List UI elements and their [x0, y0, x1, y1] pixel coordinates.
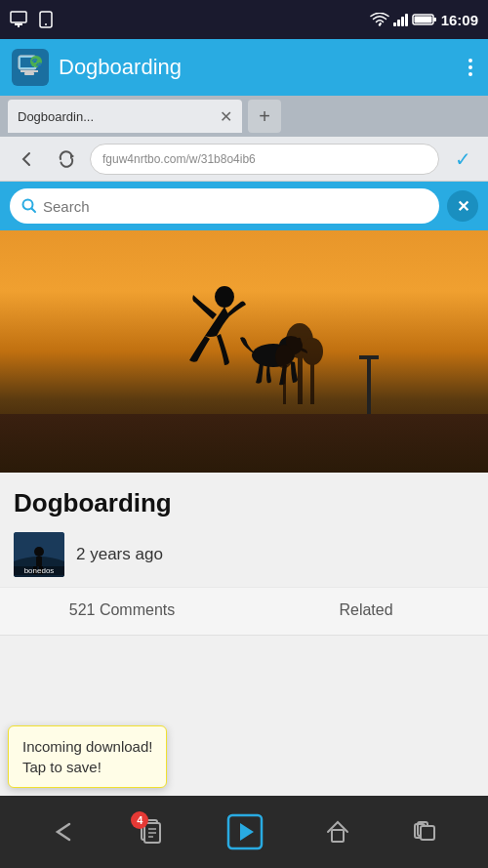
svg-rect-2 [18, 25, 20, 27]
svg-text:🐾: 🐾 [31, 57, 43, 68]
url-text: fguw4nrtbo.com/w/31b8o4ib6 [102, 152, 256, 166]
refresh-icon [57, 149, 76, 169]
download-tooltip[interactable]: Incoming download! Tap to save! [8, 725, 167, 788]
more-vert-button[interactable] [465, 55, 476, 80]
svg-rect-12 [24, 72, 34, 75]
refresh-button[interactable] [49, 142, 84, 177]
svg-rect-8 [414, 17, 431, 23]
url-bar[interactable]: fguw4nrtbo.com/w/31b8o4ib6 [90, 144, 439, 175]
status-bar-right: 16:09 [370, 12, 478, 28]
tab-title: Dogboardin... [18, 109, 214, 124]
search-icon [21, 198, 37, 214]
play-button[interactable] [226, 813, 264, 850]
play-icon [226, 813, 264, 850]
time-ago: 2 years ago [76, 545, 163, 564]
app-icon: 🐾 [12, 49, 49, 86]
svg-point-5 [378, 23, 380, 25]
app-logo-icon: 🐾 [17, 54, 44, 81]
svg-point-18 [215, 286, 234, 308]
svg-rect-45 [421, 826, 434, 840]
status-bar-left [10, 11, 55, 28]
search-input[interactable] [43, 198, 427, 215]
svg-rect-7 [433, 18, 436, 21]
article-info: Dogboarding bonedos 2 years ago [0, 473, 488, 588]
back-button[interactable] [8, 142, 43, 177]
recents-icon [411, 818, 438, 846]
search-input-wrap [10, 188, 439, 224]
bottom-nav: 4 [0, 796, 488, 868]
channel-row: bonedos 2 years ago [14, 532, 474, 577]
channel-label: bonedos [14, 566, 64, 575]
home-icon [324, 818, 351, 846]
svg-rect-0 [11, 12, 26, 22]
tooltip-line2: Tap to save! [22, 757, 152, 777]
new-tab-button[interactable]: + [248, 100, 281, 133]
svg-rect-11 [20, 70, 38, 72]
svg-point-26 [275, 345, 293, 368]
recents-button[interactable] [411, 818, 438, 846]
wifi-icon [370, 13, 389, 26]
tab-related[interactable]: Related [244, 588, 488, 635]
svg-rect-29 [36, 557, 42, 566]
svg-rect-1 [15, 23, 22, 25]
svg-line-17 [32, 209, 36, 213]
home-button[interactable] [324, 818, 351, 846]
tabs-row: 521 Comments Related [0, 588, 488, 636]
channel-thumbnail[interactable]: bonedos [14, 532, 64, 577]
browser-tab[interactable]: Dogboardin... ✕ [8, 100, 242, 133]
svg-marker-41 [240, 823, 254, 841]
svg-point-4 [45, 23, 47, 25]
signal-bars [393, 13, 408, 26]
silhouette-svg [146, 268, 342, 424]
tab-comments[interactable]: 521 Comments [0, 588, 244, 635]
video-thumbnail [0, 230, 488, 473]
screen-icon [10, 11, 31, 28]
status-bar: 16:09 [0, 0, 488, 39]
article-title: Dogboarding [14, 488, 474, 518]
svg-rect-42 [332, 830, 344, 842]
svg-point-24 [302, 338, 323, 365]
system-back-button[interactable] [50, 820, 77, 844]
tooltip-line1: Incoming download! [22, 736, 152, 757]
phone-icon [37, 11, 55, 28]
search-clear-button[interactable]: ✕ [447, 190, 478, 222]
person-silhouette [189, 286, 246, 365]
clock: 16:09 [441, 12, 478, 28]
back-arrow-icon [16, 149, 35, 169]
app-bar: 🐾 Dogboarding [0, 39, 488, 96]
nav-bar: fguw4nrtbo.com/w/31b8o4ib6 ✓ [0, 137, 488, 182]
trees-silhouette [275, 323, 323, 404]
svg-point-28 [34, 547, 44, 557]
search-bar: ✕ [0, 182, 488, 230]
app-title: Dogboarding [59, 55, 455, 80]
tab-close-button[interactable]: ✕ [220, 107, 232, 126]
documents-button[interactable]: 4 [137, 817, 166, 847]
back-nav-icon [50, 820, 77, 844]
battery-icon [412, 13, 437, 26]
confirm-button[interactable]: ✓ [445, 142, 480, 177]
tab-bar: Dogboardin... ✕ + [0, 96, 488, 137]
